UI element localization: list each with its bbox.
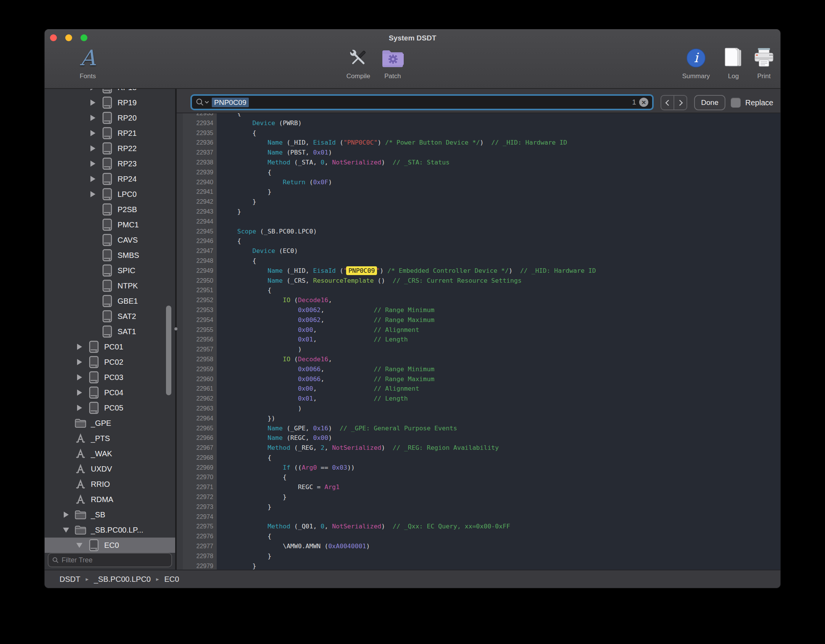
- disclosure-right-icon[interactable]: [87, 176, 98, 182]
- code-line[interactable]: 22979 }: [183, 561, 780, 570]
- code-editor[interactable]: 22933 {22934 Device (PWRB)22935 {22936 N…: [177, 113, 780, 570]
- code-line[interactable]: 22969 If ((Arg0 == 0x03)): [183, 463, 780, 473]
- tree-item-GBE1[interactable]: GBE1: [45, 293, 175, 309]
- code-line[interactable]: 22971 REGC = Arg1: [183, 482, 780, 492]
- code-line[interactable]: 22977 \AMW0.AMWN (0xA0040001): [183, 541, 780, 551]
- code-line[interactable]: 22936 Name (_HID, EisaId ("PNP0C0C") /* …: [183, 138, 780, 148]
- disclosure-right-icon[interactable]: [87, 161, 98, 167]
- code-line[interactable]: 22943 }: [183, 207, 780, 217]
- tree-item-SMBS[interactable]: SMBS: [45, 248, 175, 263]
- code-line[interactable]: 22954 0x0062, // Range Maximum: [183, 315, 780, 325]
- breadcrumb-item-EC0[interactable]: EC0: [164, 575, 179, 584]
- tree-item-RP19[interactable]: RP19: [45, 95, 175, 110]
- disclosure-right-icon[interactable]: [87, 100, 98, 106]
- code-line[interactable]: 22938 Method (_STA, 0, NotSerialized) //…: [183, 158, 780, 167]
- code-line[interactable]: 22934 Device (PWRB): [183, 118, 780, 128]
- code-line[interactable]: 22953 0x0062, // Range Minimum: [183, 305, 780, 315]
- code-line[interactable]: 22949 Name (_HID, EisaId ("PNP0C09") /* …: [183, 266, 780, 276]
- disclosure-down-icon[interactable]: [74, 543, 85, 548]
- replace-checkbox[interactable]: [731, 98, 741, 108]
- code-line[interactable]: 22939 {: [183, 167, 780, 177]
- code-line[interactable]: 22941 }: [183, 187, 780, 197]
- search-menu-icon[interactable]: [196, 98, 209, 106]
- breadcrumb-item-DSDT[interactable]: DSDT: [60, 575, 80, 584]
- tree-item-RDMA[interactable]: RDMA: [45, 492, 175, 507]
- tree-item-RP18[interactable]: RP18: [45, 89, 175, 95]
- tree-item-SAT2[interactable]: SAT2: [45, 309, 175, 324]
- disclosure-right-icon[interactable]: [87, 191, 98, 197]
- code-line[interactable]: 22964 }): [183, 414, 780, 423]
- code-line[interactable]: 22940 Return (0x0F): [183, 177, 780, 187]
- tree-item-RP23[interactable]: RP23: [45, 156, 175, 171]
- code-line[interactable]: 22975 Method (_Q01, 0, NotSerialized) //…: [183, 522, 780, 531]
- tree-item-CAVS[interactable]: CAVS: [45, 232, 175, 248]
- disclosure-right-icon[interactable]: [60, 512, 72, 518]
- code-line[interactable]: 22950 Name (_CRS, ResourceTemplate () //…: [183, 276, 780, 286]
- code-line[interactable]: 22951 {: [183, 285, 780, 295]
- sidebar-scrollbar-thumb[interactable]: [166, 306, 171, 395]
- disclosure-right-icon[interactable]: [87, 130, 98, 136]
- tree-item-UXDV[interactable]: UXDV: [45, 461, 175, 477]
- code-line[interactable]: 22962 0x01, // Length: [183, 394, 780, 404]
- code-line[interactable]: 22948 {: [183, 256, 780, 266]
- tree-item-PC02[interactable]: PC02: [45, 354, 175, 370]
- tree-item-RP24[interactable]: RP24: [45, 171, 175, 187]
- code-line[interactable]: 22959 0x0066, // Range Minimum: [183, 364, 780, 374]
- tree-item-_SB-PC00-LP-[interactable]: _SB.PC00.LP...: [45, 522, 175, 538]
- disclosure-right-icon[interactable]: [87, 115, 98, 121]
- code-line[interactable]: 22974: [183, 512, 780, 522]
- filter-tree-input[interactable]: [62, 556, 168, 564]
- disclosure-right-icon[interactable]: [74, 390, 85, 396]
- disclosure-right-icon[interactable]: [74, 405, 85, 411]
- code-line[interactable]: 22960 0x0066, // Range Maximum: [183, 374, 780, 384]
- splitter-handle-dot[interactable]: [174, 327, 177, 330]
- find-next-button[interactable]: [674, 96, 686, 109]
- tree-item-PMC1[interactable]: PMC1: [45, 217, 175, 232]
- code-line[interactable]: 22946 {: [183, 236, 780, 246]
- code-line[interactable]: 22944: [183, 217, 780, 227]
- disclosure-right-icon[interactable]: [87, 145, 98, 151]
- code-line[interactable]: 22935 {: [183, 128, 780, 138]
- print-button[interactable]: Print: [737, 46, 781, 79]
- code-line[interactable]: 22968 {: [183, 453, 780, 463]
- tree-item-PC05[interactable]: PC05: [45, 400, 175, 415]
- tree-item-PC03[interactable]: PC03: [45, 370, 175, 385]
- clear-search-icon[interactable]: ✕: [639, 98, 648, 107]
- tree-item-RP20[interactable]: RP20: [45, 110, 175, 126]
- disclosure-down-icon[interactable]: [60, 528, 72, 533]
- code-line[interactable]: 22956 0x01, // Length: [183, 335, 780, 345]
- tree-item-LPC0[interactable]: LPC0: [45, 187, 175, 202]
- code-line[interactable]: 22945 Scope (_SB.PC00.LPC0): [183, 227, 780, 237]
- code-line[interactable]: 22973 }: [183, 502, 780, 512]
- code-line[interactable]: 22966 Name (REGC, 0x00): [183, 433, 780, 443]
- tree-item-PC01[interactable]: PC01: [45, 339, 175, 354]
- code-line[interactable]: 22978 }: [183, 551, 780, 561]
- tree-item-_WAK[interactable]: _WAK: [45, 446, 175, 461]
- code-line[interactable]: 22933 {: [183, 113, 780, 118]
- tree-item-RRIO[interactable]: RRIO: [45, 477, 175, 492]
- code-line[interactable]: 22970 {: [183, 472, 780, 482]
- code-line[interactable]: 22961 0x00, // Alignment: [183, 384, 780, 394]
- filter-tree-field[interactable]: [48, 553, 172, 567]
- disclosure-right-icon[interactable]: [74, 374, 85, 380]
- patch-button[interactable]: Patch: [366, 46, 419, 79]
- tree-item-P2SB[interactable]: P2SB: [45, 202, 175, 217]
- disclosure-right-icon[interactable]: [87, 89, 98, 90]
- tree-item-NTPK[interactable]: NTPK: [45, 278, 175, 293]
- fonts-button[interactable]: A Fonts: [61, 46, 114, 79]
- tree-item-EC0[interactable]: EC0: [45, 538, 175, 553]
- disclosure-right-icon[interactable]: [74, 344, 85, 350]
- tree-item-_SB[interactable]: _SB: [45, 507, 175, 522]
- tree-item-SPIC[interactable]: SPIC: [45, 263, 175, 278]
- code-line[interactable]: 22955 0x00, // Alignment: [183, 325, 780, 335]
- code-line[interactable]: 22972 }: [183, 492, 780, 502]
- code-line[interactable]: 22976 {: [183, 531, 780, 541]
- tree-item-_PTS[interactable]: _PTS: [45, 431, 175, 446]
- tree-item-SAT1[interactable]: SAT1: [45, 324, 175, 339]
- done-button[interactable]: Done: [694, 95, 725, 110]
- code-line[interactable]: 22957 ): [183, 345, 780, 354]
- code-line[interactable]: 22937 Name (PBST, 0x01): [183, 148, 780, 158]
- disclosure-right-icon[interactable]: [74, 359, 85, 365]
- code-line[interactable]: 22942 }: [183, 197, 780, 207]
- tree-item-RP22[interactable]: RP22: [45, 141, 175, 156]
